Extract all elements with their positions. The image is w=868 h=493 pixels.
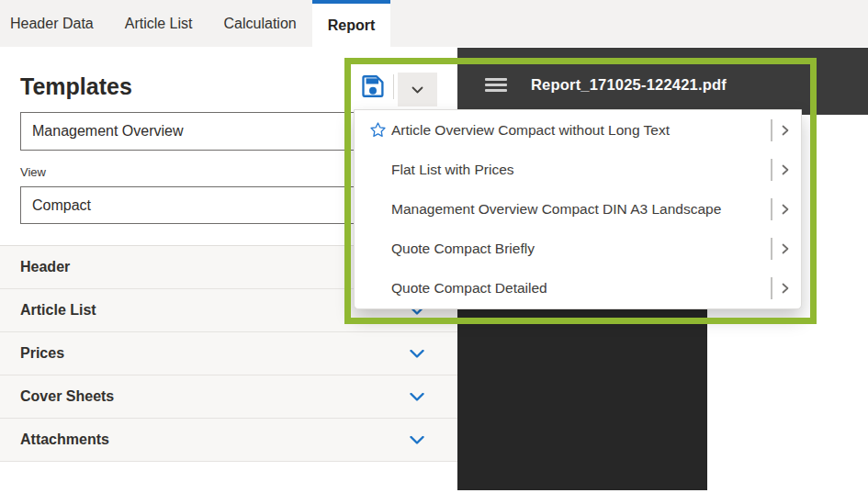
menu-item-divider [771, 159, 772, 181]
view-select-value: Compact [32, 197, 91, 214]
chevron-right-icon[interactable] [782, 125, 789, 136]
tab-article-list[interactable]: Article List [109, 0, 209, 47]
template-dropdown-menu: Article Overview Compact without Long Te… [354, 109, 802, 309]
favorite-star-icon[interactable] [364, 121, 391, 139]
accordion-section-cover-sheets[interactable]: Cover Sheets [0, 375, 457, 419]
menu-item-article-overview[interactable]: Article Overview Compact without Long Te… [355, 110, 801, 150]
menu-item-divider [771, 277, 772, 299]
page-title: Templates [20, 73, 132, 100]
chevron-down-icon [410, 345, 424, 362]
accordion-label: Attachments [20, 431, 410, 448]
menu-item-quote-detailed[interactable]: Quote Compact Detailed [355, 269, 801, 308]
floppy-disk-icon [360, 73, 386, 102]
menu-item-label: Article Overview Compact without Long Te… [391, 122, 771, 139]
hamburger-icon[interactable] [485, 78, 507, 92]
accordion-section-prices[interactable]: Prices [0, 332, 457, 375]
accordion-label: Header [20, 259, 410, 275]
menu-item-quote-briefly[interactable]: Quote Compact Briefly [355, 230, 801, 269]
tab-bar: Header Data Article List Calculation Rep… [0, 0, 868, 47]
menu-item-label: Flat List with Prices [391, 162, 771, 178]
view-label: View [20, 165, 46, 179]
accordion-label: Cover Sheets [20, 388, 410, 405]
chevron-down-icon [410, 431, 424, 448]
menu-item-label: Management Overview Compact DIN A3 Lands… [391, 201, 771, 218]
menu-item-divider [771, 238, 772, 260]
accordion-label: Prices [20, 345, 410, 362]
tab-header-data[interactable]: Header Data [0, 0, 109, 47]
accordion-section-attachments[interactable]: Attachments [0, 419, 457, 462]
pdf-viewer-titlebar: Report_171025-122421.pdf [457, 48, 868, 115]
tab-report[interactable]: Report [312, 0, 391, 47]
toolbar-divider [393, 74, 394, 99]
chevron-right-icon[interactable] [782, 204, 789, 215]
menu-item-divider [771, 119, 772, 141]
chevron-down-icon [411, 83, 423, 96]
chevron-right-icon[interactable] [782, 283, 789, 294]
chevron-right-icon[interactable] [782, 164, 789, 175]
chevron-right-icon[interactable] [782, 243, 789, 254]
menu-item-label: Quote Compact Briefly [391, 241, 771, 257]
menu-item-flat-list[interactable]: Flat List with Prices [355, 150, 801, 189]
save-options-dropdown-button[interactable] [398, 73, 437, 106]
pdf-document-title: Report_171025-122421.pdf [531, 76, 727, 94]
accordion-label: Article List [20, 302, 410, 319]
save-template-button[interactable] [355, 69, 391, 106]
tab-calculation[interactable]: Calculation [209, 0, 312, 47]
menu-item-divider [771, 198, 772, 220]
template-select-value: Management Overview [32, 123, 184, 140]
menu-item-label: Quote Compact Detailed [391, 280, 771, 297]
menu-item-management-overview[interactable]: Management Overview Compact DIN A3 Lands… [355, 189, 801, 229]
chevron-down-icon [410, 388, 424, 405]
